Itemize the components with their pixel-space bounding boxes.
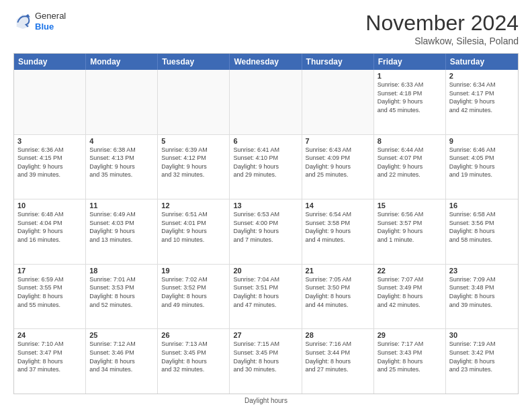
- day-number-12: 12: [161, 201, 226, 210]
- day-cell-22: 22Sunrise: 7:07 AM Sunset: 3:49 PM Dayli…: [374, 265, 446, 329]
- empty-cell-0-3: [230, 70, 302, 134]
- day-info-26: Sunrise: 7:13 AM Sunset: 3:45 PM Dayligh…: [161, 340, 226, 373]
- day-cell-24: 24Sunrise: 7:10 AM Sunset: 3:47 PM Dayli…: [14, 329, 86, 394]
- day-info-13: Sunrise: 6:53 AM Sunset: 4:00 PM Dayligh…: [233, 210, 298, 244]
- empty-cell-0-1: [86, 70, 158, 134]
- header-wednesday: Wednesday: [230, 54, 302, 70]
- day-info-11: Sunrise: 6:49 AM Sunset: 4:03 PM Dayligh…: [89, 210, 154, 244]
- day-number-23: 23: [449, 267, 515, 275]
- day-cell-8: 8Sunrise: 6:44 AM Sunset: 4:07 PM Daylig…: [374, 135, 446, 199]
- day-number-2: 2: [449, 72, 515, 80]
- day-number-26: 26: [161, 331, 226, 339]
- day-cell-28: 28Sunrise: 7:16 AM Sunset: 3:44 PM Dayli…: [302, 329, 374, 394]
- day-info-30: Sunrise: 7:19 AM Sunset: 3:42 PM Dayligh…: [449, 340, 515, 373]
- calendar: SundayMondayTuesdayWednesdayThursdayFrid…: [13, 53, 519, 394]
- day-number-18: 18: [89, 267, 154, 275]
- day-cell-18: 18Sunrise: 7:01 AM Sunset: 3:53 PM Dayli…: [86, 265, 158, 329]
- empty-cell-0-0: [14, 70, 86, 134]
- day-info-27: Sunrise: 7:15 AM Sunset: 3:45 PM Dayligh…: [233, 340, 298, 373]
- day-cell-20: 20Sunrise: 7:04 AM Sunset: 3:51 PM Dayli…: [230, 265, 302, 329]
- day-info-24: Sunrise: 7:10 AM Sunset: 3:47 PM Dayligh…: [17, 340, 82, 373]
- logo-icon: [13, 12, 32, 31]
- day-cell-26: 26Sunrise: 7:13 AM Sunset: 3:45 PM Dayli…: [158, 329, 230, 394]
- week-row-5: 24Sunrise: 7:10 AM Sunset: 3:47 PM Dayli…: [14, 329, 518, 394]
- day-info-1: Sunrise: 6:33 AM Sunset: 4:18 PM Dayligh…: [378, 81, 442, 114]
- day-number-11: 11: [89, 201, 154, 210]
- day-info-19: Sunrise: 7:02 AM Sunset: 3:52 PM Dayligh…: [161, 275, 226, 309]
- month-title: November 2024: [365, 11, 519, 36]
- week-row-2: 3Sunrise: 6:36 AM Sunset: 4:15 PM Daylig…: [14, 135, 518, 200]
- day-number-20: 20: [233, 267, 298, 275]
- footer-note: Daylight hours: [13, 397, 519, 404]
- day-number-27: 27: [233, 331, 298, 339]
- header-monday: Monday: [86, 54, 158, 70]
- day-info-8: Sunrise: 6:44 AM Sunset: 4:07 PM Dayligh…: [378, 146, 442, 179]
- day-info-14: Sunrise: 6:54 AM Sunset: 3:58 PM Dayligh…: [306, 210, 370, 244]
- day-cell-16: 16Sunrise: 6:58 AM Sunset: 3:56 PM Dayli…: [446, 199, 518, 264]
- day-number-10: 10: [17, 201, 82, 210]
- title-block: November 2024 Slawkow, Silesia, Poland: [365, 11, 519, 46]
- calendar-header: SundayMondayTuesdayWednesdayThursdayFrid…: [14, 54, 518, 70]
- day-cell-12: 12Sunrise: 6:51 AM Sunset: 4:01 PM Dayli…: [158, 199, 230, 264]
- day-number-7: 7: [306, 137, 370, 145]
- day-number-15: 15: [378, 201, 442, 210]
- day-cell-15: 15Sunrise: 6:56 AM Sunset: 3:57 PM Dayli…: [374, 199, 446, 264]
- day-cell-30: 30Sunrise: 7:19 AM Sunset: 3:42 PM Dayli…: [446, 329, 518, 394]
- location-subtitle: Slawkow, Silesia, Poland: [365, 36, 519, 46]
- day-number-21: 21: [306, 267, 370, 275]
- day-number-14: 14: [306, 201, 370, 210]
- logo-general: General: [35, 11, 66, 21]
- day-number-19: 19: [161, 267, 226, 275]
- logo: General Blue: [13, 11, 66, 32]
- day-info-2: Sunrise: 6:34 AM Sunset: 4:17 PM Dayligh…: [449, 81, 515, 114]
- day-cell-11: 11Sunrise: 6:49 AM Sunset: 4:03 PM Dayli…: [86, 199, 158, 264]
- day-number-8: 8: [378, 137, 442, 145]
- empty-cell-0-4: [302, 70, 374, 134]
- day-number-29: 29: [378, 331, 442, 339]
- day-cell-23: 23Sunrise: 7:09 AM Sunset: 3:48 PM Dayli…: [446, 265, 518, 329]
- header-saturday: Saturday: [446, 54, 518, 70]
- day-number-1: 1: [378, 72, 442, 80]
- day-cell-17: 17Sunrise: 6:59 AM Sunset: 3:55 PM Dayli…: [14, 265, 86, 329]
- week-row-3: 10Sunrise: 6:48 AM Sunset: 4:04 PM Dayli…: [14, 199, 518, 265]
- day-info-10: Sunrise: 6:48 AM Sunset: 4:04 PM Dayligh…: [17, 210, 82, 244]
- day-info-21: Sunrise: 7:05 AM Sunset: 3:50 PM Dayligh…: [306, 275, 370, 309]
- day-number-16: 16: [449, 201, 515, 210]
- day-cell-13: 13Sunrise: 6:53 AM Sunset: 4:00 PM Dayli…: [230, 199, 302, 264]
- day-info-9: Sunrise: 6:46 AM Sunset: 4:05 PM Dayligh…: [449, 146, 515, 179]
- week-row-1: 1Sunrise: 6:33 AM Sunset: 4:18 PM Daylig…: [14, 70, 518, 135]
- day-cell-5: 5Sunrise: 6:39 AM Sunset: 4:12 PM Daylig…: [158, 135, 230, 199]
- week-row-4: 17Sunrise: 6:59 AM Sunset: 3:55 PM Dayli…: [14, 265, 518, 330]
- day-info-20: Sunrise: 7:04 AM Sunset: 3:51 PM Dayligh…: [233, 275, 298, 309]
- day-cell-14: 14Sunrise: 6:54 AM Sunset: 3:58 PM Dayli…: [302, 199, 374, 264]
- day-cell-1: 1Sunrise: 6:33 AM Sunset: 4:18 PM Daylig…: [374, 70, 446, 134]
- day-number-28: 28: [306, 331, 370, 339]
- day-number-6: 6: [233, 137, 298, 145]
- day-cell-10: 10Sunrise: 6:48 AM Sunset: 4:04 PM Dayli…: [14, 199, 86, 264]
- day-info-22: Sunrise: 7:07 AM Sunset: 3:49 PM Dayligh…: [378, 275, 442, 309]
- day-info-28: Sunrise: 7:16 AM Sunset: 3:44 PM Dayligh…: [306, 340, 370, 373]
- day-number-25: 25: [89, 331, 154, 339]
- calendar-body: 1Sunrise: 6:33 AM Sunset: 4:18 PM Daylig…: [14, 70, 518, 394]
- day-number-9: 9: [449, 137, 515, 145]
- day-info-29: Sunrise: 7:17 AM Sunset: 3:43 PM Dayligh…: [378, 340, 442, 373]
- day-info-3: Sunrise: 6:36 AM Sunset: 4:15 PM Dayligh…: [17, 146, 82, 179]
- day-cell-29: 29Sunrise: 7:17 AM Sunset: 3:43 PM Dayli…: [374, 329, 446, 394]
- header-thursday: Thursday: [302, 54, 374, 70]
- empty-cell-0-2: [158, 70, 230, 134]
- day-number-3: 3: [17, 137, 82, 145]
- logo-blue: Blue: [35, 21, 66, 32]
- day-cell-7: 7Sunrise: 6:43 AM Sunset: 4:09 PM Daylig…: [302, 135, 374, 199]
- day-cell-3: 3Sunrise: 6:36 AM Sunset: 4:15 PM Daylig…: [14, 135, 86, 199]
- header-tuesday: Tuesday: [158, 54, 230, 70]
- day-cell-9: 9Sunrise: 6:46 AM Sunset: 4:05 PM Daylig…: [446, 135, 518, 199]
- day-number-22: 22: [378, 267, 442, 275]
- day-info-23: Sunrise: 7:09 AM Sunset: 3:48 PM Dayligh…: [449, 275, 515, 309]
- day-number-17: 17: [17, 267, 82, 275]
- day-cell-21: 21Sunrise: 7:05 AM Sunset: 3:50 PM Dayli…: [302, 265, 374, 329]
- day-number-5: 5: [161, 137, 226, 145]
- day-cell-25: 25Sunrise: 7:12 AM Sunset: 3:46 PM Dayli…: [86, 329, 158, 394]
- day-cell-4: 4Sunrise: 6:38 AM Sunset: 4:13 PM Daylig…: [86, 135, 158, 199]
- day-number-30: 30: [449, 331, 515, 339]
- day-info-4: Sunrise: 6:38 AM Sunset: 4:13 PM Dayligh…: [89, 146, 154, 179]
